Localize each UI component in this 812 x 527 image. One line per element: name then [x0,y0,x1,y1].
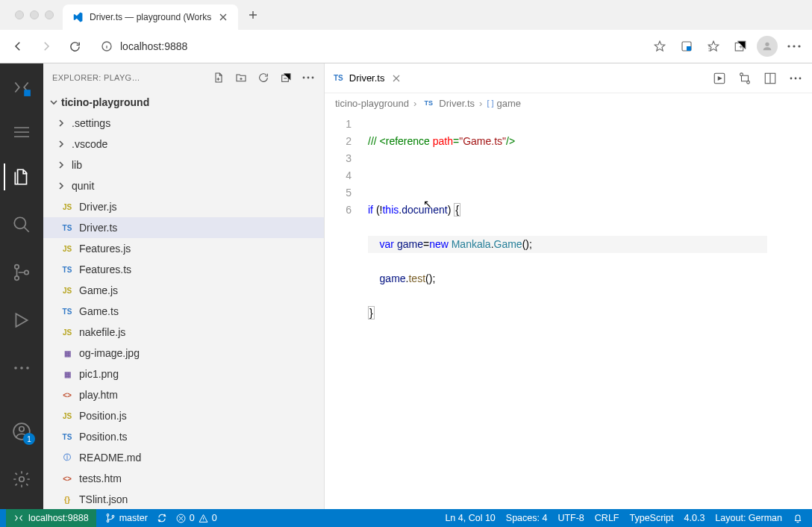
tree-file[interactable]: JSPosition.js [43,405,324,426]
file-type-icon: JS [60,245,75,253]
tree-folder[interactable]: .settings [43,113,324,134]
favorite-star-icon[interactable] [648,34,672,58]
chevron-right-icon [55,160,67,169]
url-input[interactable]: localhost:9888 [91,34,643,58]
tree-file[interactable]: TSDriver.ts [43,217,324,238]
sync-status[interactable] [157,513,167,523]
extension-icon[interactable] [675,34,699,58]
browser-tab-bar: Driver.ts — playground (Works [0,0,812,30]
more-menu-icon[interactable] [782,34,806,58]
file-label: Driver.ts [79,222,117,234]
folder-label: .vscode [72,138,107,150]
browser-tab[interactable]: Driver.ts — playground (Works [63,4,238,30]
breadcrumbs[interactable]: ticino-playground › TSDriver.ts › [ ]gam… [325,93,812,113]
close-editor-tab-icon[interactable] [390,72,402,84]
url-text: localhost:9888 [120,40,187,52]
tree-file[interactable]: ▦og-image.jpg [43,343,324,364]
svg-point-29 [799,77,802,79]
breadcrumb-symbol[interactable]: [ ]game [487,98,521,109]
root-folder-label: ticino-playground [61,96,149,108]
svg-point-22 [312,77,314,79]
more-activity-icon[interactable] [4,350,40,386]
settings-gear-icon[interactable] [4,461,40,497]
encoding-status[interactable]: UTF-8 [558,513,584,523]
remote-host-status[interactable]: localhost:9888 [6,509,96,527]
editor-more-icon[interactable] [788,71,803,86]
indentation-status[interactable]: Spaces: 4 [506,513,548,523]
tree-file[interactable]: {}TSlint.json [43,489,324,509]
git-branch-status[interactable]: master [105,513,148,523]
minimap[interactable] [767,113,812,509]
problems-status[interactable]: 0 0 [176,513,217,523]
breadcrumb-file[interactable]: TSDriver.ts [421,98,475,109]
hamburger-menu-icon[interactable] [4,117,40,147]
vscode-favicon-icon [72,11,84,23]
tree-file[interactable]: JSGame.js [43,280,324,301]
chevron-down-icon [48,98,60,107]
file-label: play.htm [79,389,118,401]
ts-version-status[interactable]: 4.0.3 [684,513,705,523]
tree-file[interactable]: TSFeatures.ts [43,259,324,280]
tree-file[interactable]: <>tests.htm [43,468,324,489]
tree-file[interactable]: <>play.htm [43,384,324,405]
tree-file[interactable]: JSDriver.js [43,196,324,217]
forward-button[interactable] [34,34,58,58]
site-info-icon[interactable] [99,39,114,54]
tree-file[interactable]: ▦pic1.png [43,364,324,384]
search-icon[interactable] [4,207,40,243]
maximize-window-icon[interactable] [45,10,54,19]
collapse-all-icon[interactable] [279,71,293,84]
keyboard-layout-status[interactable]: Layout: German [715,513,782,523]
tree-file[interactable]: JSnakefile.js [43,322,324,343]
folder-label: lib [72,159,82,171]
tree-folder[interactable]: qunit [43,175,324,196]
language-status[interactable]: TypeScript [629,513,673,523]
minimize-window-icon[interactable] [30,10,39,19]
profile-avatar-icon[interactable] [755,34,779,58]
code-content[interactable]: /// <reference path="Game.ts"/> if (!thi… [368,113,767,509]
tree-root-folder[interactable]: ticino-playground [43,92,324,113]
code-editor[interactable]: 1 2 3 4 5 6 /// <reference path="Game.ts… [325,113,812,509]
svg-point-30 [107,514,109,517]
file-label: nakefile.js [79,326,125,338]
new-tab-button[interactable] [243,4,263,25]
notifications-bell-icon[interactable] [793,513,803,523]
mouse-cursor-icon: ↖ [423,198,432,210]
eol-status[interactable]: CRLF [595,513,619,523]
source-control-icon[interactable] [4,255,40,290]
new-file-icon[interactable] [212,71,225,84]
chevron-right-icon [55,181,67,190]
back-button[interactable] [6,34,30,58]
tree-file[interactable]: ⓘREADME.md [43,447,324,468]
svg-point-20 [303,77,305,79]
tree-file[interactable]: JSFeatures.js [43,238,324,259]
run-debug-icon[interactable] [4,302,40,338]
file-tree[interactable]: ticino-playground .settings.vscodelibqun… [43,92,324,509]
tree-folder[interactable]: .vscode [43,134,324,155]
collections-icon[interactable] [728,34,752,58]
address-bar: localhost:9888 [0,30,812,63]
explorer-icon[interactable] [4,159,40,195]
breadcrumb-project[interactable]: ticino-playground [335,98,409,109]
run-icon[interactable] [712,71,727,86]
favorites-icon[interactable] [702,34,725,58]
more-actions-icon[interactable] [302,71,315,84]
file-label: Features.ts [79,264,131,275]
editor-tab-label: Driver.ts [349,72,385,84]
refresh-icon[interactable] [257,71,270,84]
diff-icon[interactable] [737,71,752,86]
accounts-icon[interactable]: 1 [4,414,40,449]
split-editor-icon[interactable] [763,71,778,86]
svg-point-6 [793,45,795,47]
editor-tab-driver-ts[interactable]: TS Driver.ts [325,63,411,93]
new-folder-icon[interactable] [234,71,248,84]
cursor-position-status[interactable]: Ln 4, Col 10 [445,513,495,523]
remote-window-icon[interactable] [4,69,40,105]
close-window-icon[interactable] [15,10,24,19]
tree-file[interactable]: TSPosition.ts [43,426,324,447]
close-tab-icon[interactable] [217,11,229,23]
window-controls[interactable] [6,10,63,19]
tree-folder[interactable]: lib [43,155,324,175]
reload-button[interactable] [63,34,87,58]
tree-file[interactable]: TSGame.ts [43,301,324,322]
